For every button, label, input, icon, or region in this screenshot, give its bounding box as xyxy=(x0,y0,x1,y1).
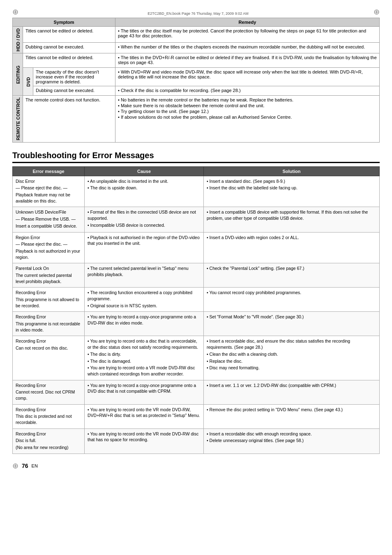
error-message-cell: Recording ErrorThis disc is protected an… xyxy=(13,404,85,428)
solution-cell: • Check the "Parental Lock" setting. (Se… xyxy=(204,263,380,288)
page-number: 76 xyxy=(22,463,28,469)
remedy-cell: • Check if the disc is compatible for re… xyxy=(115,86,380,96)
error-message-cell: Recording ErrorDisc is full.(No area for… xyxy=(13,428,85,454)
table-row: Recording ErrorThis programme is not rec… xyxy=(13,312,380,336)
cause-cell: • Format of the files in the connected U… xyxy=(85,207,204,232)
table-row: Dubbing cannot be executed. • Check if t… xyxy=(13,86,380,96)
top-right-crosshair: ⊕ xyxy=(374,8,380,16)
symptom-cell: Titles cannot be edited or deleted. xyxy=(23,27,115,43)
solution-col-header: Solution xyxy=(204,166,380,176)
top-left-crosshair: ⊕ xyxy=(12,8,18,16)
solution-cell: • Insert a ver. 1.1 or ver. 1.2 DVD-RW d… xyxy=(204,380,380,404)
page-lang: EN xyxy=(32,463,38,468)
editing-remedy-header: Remedy xyxy=(115,18,380,27)
symptom-cell: The capacity of the disc doesn't increas… xyxy=(33,68,115,86)
solution-cell: • Insert a recordable disc with enough r… xyxy=(204,428,380,454)
table-row: Recording ErrorThis disc is protected an… xyxy=(13,404,380,428)
symptom-cell: Titles cannot be edited or deleted. xyxy=(23,53,115,68)
symptom-cell: Dubbing cannot be executed. xyxy=(23,43,115,53)
remedy-cell: • With DVD+RW and video mode DVD-RW, the… xyxy=(115,68,380,86)
remedy-cell: • The titles or the disc itself may be p… xyxy=(115,27,380,43)
editing-table: Symptom Remedy HDD / DVD Titles cannot b… xyxy=(12,18,380,143)
cause-cell: • You are trying to record onto the VR m… xyxy=(85,404,204,428)
table-row: Recording ErrorCan not record on this di… xyxy=(13,336,380,380)
section-label: REMOTE CONTROL xyxy=(13,96,23,143)
table-row: Dubbing cannot be executed. • When the n… xyxy=(13,43,380,53)
remedy-cell: • No batteries in the remote control or … xyxy=(115,96,380,143)
cause-cell: • You are trying to record onto the VR m… xyxy=(85,428,204,454)
table-row: Recording ErrorThis programme is not all… xyxy=(13,288,380,312)
cause-cell: • An unplayable disc is inserted in the … xyxy=(85,176,204,207)
error-col-header: Error message xyxy=(13,166,85,176)
error-messages-table: Error message Cause Solution Disc Error—… xyxy=(12,166,380,454)
error-message-cell: Recording ErrorThis programme is not all… xyxy=(13,288,85,312)
symptom-cell: Dubbing cannot be executed. xyxy=(33,86,115,96)
solution-cell: • Insert a standard disc. (See pages 8-9… xyxy=(204,176,380,207)
table-row: EDITING Titles cannot be edited or delet… xyxy=(13,53,380,68)
error-message-cell: Region Error— Please eject the disc. —Pl… xyxy=(13,232,85,263)
table-row: Disc Error— Please eject the disc. —Play… xyxy=(13,176,380,207)
remedy-cell: • The titles in the DVD+R/-R cannot be e… xyxy=(115,53,380,68)
bottom-left-crosshair: ⊕ xyxy=(12,462,18,470)
troubleshooting-title: Troubleshooting for Error Messages xyxy=(12,151,380,163)
page-footer: ⊕ 76 EN xyxy=(12,462,380,470)
section-label: EDITING xyxy=(13,53,23,96)
solution-cell: • Insert a DVD-video with region codes 2… xyxy=(204,232,380,263)
cause-cell: • Playback is not authorised in the regi… xyxy=(85,232,204,263)
solution-cell: • Insert a compatible USB device with su… xyxy=(204,207,380,232)
table-row: Region Error— Please eject the disc. —Pl… xyxy=(13,232,380,263)
remedy-cell: • When the number of the titles or the c… xyxy=(115,43,380,53)
error-message-cell: Parental Lock OnThe current selected par… xyxy=(13,263,85,288)
error-message-cell: Recording ErrorThis programme is not rec… xyxy=(13,312,85,336)
cause-cell: • You are trying to record a copy-once p… xyxy=(85,312,204,336)
page-top-corners: ⊕ E2TC2BD_EN.book Page 76 Thursday, May … xyxy=(12,8,380,16)
cause-cell: • The current selected parental level in… xyxy=(85,263,204,288)
cause-cell: • You are trying to record onto a disc t… xyxy=(85,336,204,380)
error-message-cell: Unknown USB Device/File— Please Remove t… xyxy=(13,207,85,232)
table-row: HDD / DVD Titles cannot be edited or del… xyxy=(13,27,380,43)
sub-section-label: DVD xyxy=(23,68,33,96)
table-row: REMOTE CONTROL The remote control does n… xyxy=(13,96,380,143)
error-message-cell: Recording ErrorCannot record. Disc not C… xyxy=(13,380,85,404)
solution-cell: • Set "Format Mode" to "VR mode". (See p… xyxy=(204,312,380,336)
solution-cell: • Insert a recordable disc, and ensure t… xyxy=(204,336,380,380)
solution-cell: • Remove the disc protect setting in "DV… xyxy=(204,404,380,428)
table-row: DVD The capacity of the disc doesn't inc… xyxy=(13,68,380,86)
table-row: Recording ErrorCannot record. Disc not C… xyxy=(13,380,380,404)
table-row: Recording ErrorDisc is full.(No area for… xyxy=(13,428,380,454)
table-row: Parental Lock OnThe current selected par… xyxy=(13,263,380,288)
solution-cell: • You cannot record copy prohibited prog… xyxy=(204,288,380,312)
cause-cell: • The recording function encountered a c… xyxy=(85,288,204,312)
editing-symptom-header: Symptom xyxy=(13,18,115,27)
symptom-cell: The remote control does not function. xyxy=(23,96,115,143)
cause-col-header: Cause xyxy=(85,166,204,176)
section-label: HDD / DVD xyxy=(13,27,23,53)
error-message-cell: Recording ErrorCan not record on this di… xyxy=(13,336,85,380)
error-message-cell: Disc Error— Please eject the disc. —Play… xyxy=(13,176,85,207)
cause-cell: • You are trying to record a copy-once p… xyxy=(85,380,204,404)
table-row: Unknown USB Device/File— Please Remove t… xyxy=(13,207,380,232)
page-header-text: E2TC2BD_EN.book Page 76 Thursday, May 7,… xyxy=(148,12,248,16)
